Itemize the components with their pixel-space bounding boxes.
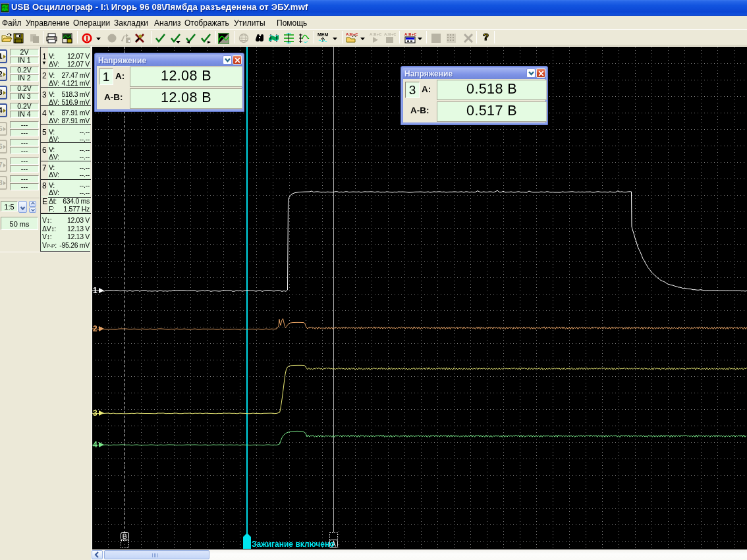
svg-text:MEM: MEM [318, 32, 329, 37]
svg-text:A:B+C: A:B+C [370, 32, 381, 36]
svg-text:A:B+C: A:B+C [346, 32, 358, 36]
svg-text:A:B+C: A:B+C [384, 32, 396, 36]
svg-text:A:B+C: A:B+C [404, 32, 416, 36]
